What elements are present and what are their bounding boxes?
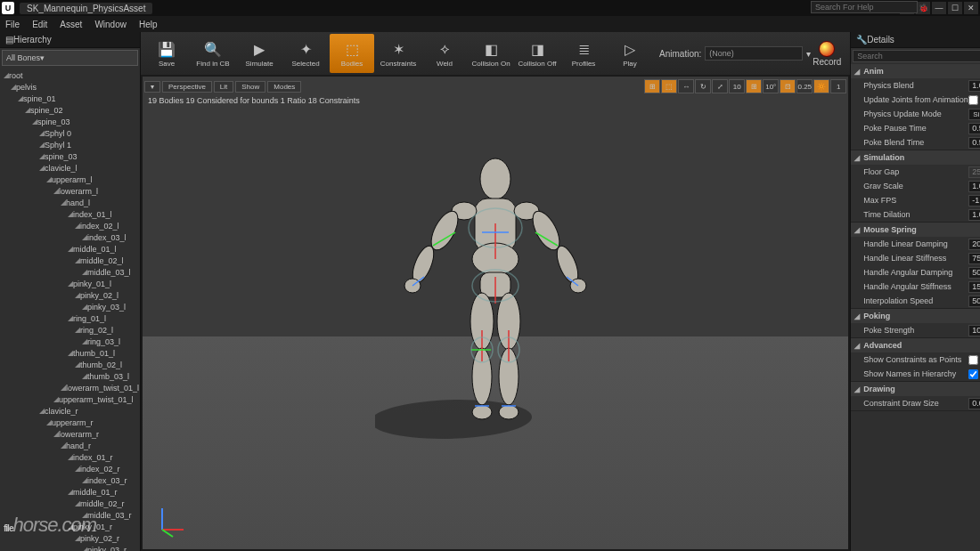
tree-row[interactable]: ◢ lowerarm_r: [0, 428, 140, 440]
toolbar-bodies-button[interactable]: ⬚Bodies: [330, 34, 374, 73]
tree-row[interactable]: ◢ upperarm_r: [0, 417, 140, 428]
property-input[interactable]: [968, 325, 980, 336]
viewport-pill[interactable]: Show: [235, 81, 265, 93]
tree-row[interactable]: ◢ ring_02_l: [0, 324, 140, 336]
menu-window[interactable]: Window: [94, 20, 127, 29]
viewport-snap[interactable]: 🔆: [813, 79, 829, 93]
property-input[interactable]: [968, 267, 980, 279]
viewport-tool-icon[interactable]: ↔: [678, 79, 694, 93]
viewport-pill[interactable]: ▾: [144, 81, 160, 93]
section-header[interactable]: ◢Drawing: [851, 382, 980, 396]
viewport-pill[interactable]: Lit: [214, 81, 233, 93]
viewport[interactable]: ▾PerspectiveLitShowModes ⊞⬚↔↻⤢10⊞10°⊡0.2…: [143, 77, 848, 549]
section-header[interactable]: ◢Poking: [851, 309, 980, 323]
property-input[interactable]: [968, 137, 980, 149]
toolbar-find-in-cb-button[interactable]: 🔍Find in CB: [191, 34, 235, 73]
tree-row[interactable]: ◢ spine_03: [0, 150, 140, 162]
tree-row[interactable]: ◢ middle_01_r: [0, 486, 140, 498]
asset-tab[interactable]: SK_Mannequin_PhysicsAsset: [20, 3, 152, 14]
property-input[interactable]: [968, 80, 980, 92]
tree-row[interactable]: ◢ thumb_03_l: [0, 370, 140, 382]
property-select[interactable]: Simulation Upates Component Transform: [968, 109, 980, 120]
tree-row[interactable]: ◢ spine_03: [0, 116, 140, 127]
tree-row[interactable]: ◢ thumb_02_l: [0, 359, 140, 370]
minimize-button[interactable]: —: [932, 2, 946, 14]
bone-filter-dropdown[interactable]: All Bones▾: [2, 50, 138, 66]
maximize-button[interactable]: ☐: [948, 2, 962, 14]
tree-row[interactable]: ◢ clavicle_r: [0, 405, 140, 417]
viewport-snap[interactable]: 1: [830, 79, 846, 93]
tree-row[interactable]: ◢ ring_03_l: [0, 336, 140, 347]
property-input[interactable]: [968, 195, 980, 207]
menu-help[interactable]: Help: [139, 20, 158, 29]
tree-row[interactable]: ◢ index_03_r: [0, 474, 140, 486]
tree-row[interactable]: ◢ lowerarm_twist_01_l: [0, 382, 140, 393]
tree-row[interactable]: ◢ Sphyl 0: [0, 127, 140, 139]
property-input[interactable]: [968, 209, 980, 221]
tree-row[interactable]: ◢ Sphyl 1: [0, 139, 140, 150]
menu-file[interactable]: File: [5, 20, 20, 29]
property-input[interactable]: [968, 166, 980, 178]
details-search-input[interactable]: [853, 50, 980, 62]
tree-row[interactable]: ◢ index_01_l: [0, 208, 140, 220]
tree-row[interactable]: ◢ upperarm_l: [0, 174, 140, 185]
property-input[interactable]: [968, 296, 980, 307]
viewport-pill[interactable]: Modes: [267, 81, 301, 93]
viewport-tool-icon[interactable]: ⬚: [661, 79, 677, 93]
tree-row[interactable]: ◢ middle_02_r: [0, 498, 140, 509]
property-input[interactable]: [968, 239, 980, 250]
tree-row[interactable]: ◢ spine_02: [0, 104, 140, 116]
tree-row[interactable]: ◢ lowerarm_l: [0, 185, 140, 197]
tree-row[interactable]: ◢ index_01_r: [0, 451, 140, 463]
toolbar-save-button[interactable]: 💾Save: [144, 34, 189, 73]
property-input[interactable]: [968, 253, 980, 264]
section-header[interactable]: ◢Simulation: [851, 150, 980, 165]
toolbar-weld-button[interactable]: ⟡Weld: [422, 34, 467, 73]
help-search-input[interactable]: [811, 1, 918, 13]
animation-input[interactable]: [705, 46, 803, 61]
tree-row[interactable]: ◢ pinky_03_r: [0, 544, 140, 551]
property-checkbox[interactable]: [968, 95, 978, 105]
menu-edit[interactable]: Edit: [32, 20, 47, 29]
bug-icon[interactable]: 🐞: [916, 2, 930, 14]
toolbar-profiles-button[interactable]: ≣Profiles: [561, 34, 606, 73]
tree-row[interactable]: ◢ upperarm_twist_01_l: [0, 393, 140, 405]
toolbar-collision-on-button[interactable]: ◧Collision On: [469, 34, 513, 73]
property-input[interactable]: [968, 181, 980, 192]
tree-row[interactable]: ◢ pinky_03_l: [0, 301, 140, 312]
tree-row[interactable]: ◢ index_02_l: [0, 220, 140, 231]
property-input[interactable]: [968, 123, 980, 134]
menu-asset[interactable]: Asset: [60, 20, 82, 29]
section-header[interactable]: ◢Mouse Spring: [851, 223, 980, 237]
tree-row[interactable]: ◢ pinky_01_l: [0, 278, 140, 289]
tree-row[interactable]: ◢ pinky_02_l: [0, 289, 140, 301]
tree-row[interactable]: ◢ pelvis: [0, 81, 140, 93]
hierarchy-tab[interactable]: ▤ Hierarchy: [0, 32, 140, 48]
viewport-tool-icon[interactable]: ↻: [695, 79, 711, 93]
toolbar-play-button[interactable]: ▷Play: [608, 34, 652, 73]
viewport-snap[interactable]: ⊡: [780, 79, 796, 93]
viewport-snap[interactable]: ⊞: [746, 79, 762, 93]
tree-row[interactable]: ◢ clavicle_l: [0, 162, 140, 174]
details-tab[interactable]: 🔧 Details: [851, 32, 980, 48]
toolbar-selected-button[interactable]: ✦Selected: [283, 34, 328, 73]
tree-row[interactable]: ◢ ring_01_l: [0, 312, 140, 324]
section-header[interactable]: ◢Advanced: [851, 338, 980, 352]
viewport-snap[interactable]: 10: [729, 79, 745, 93]
viewport-pill[interactable]: Perspective: [162, 81, 212, 93]
toolbar-collision-off-button[interactable]: ◨Collision Off: [515, 34, 559, 73]
record-button[interactable]: Record: [813, 41, 841, 67]
section-header[interactable]: ◢Anim: [851, 64, 980, 78]
tree-row[interactable]: ◢ index_03_l: [0, 231, 140, 243]
viewport-snap[interactable]: 10°: [763, 79, 779, 93]
tree-row[interactable]: ◢ middle_03_l: [0, 266, 140, 278]
toolbar-constraints-button[interactable]: ✶Constraints: [376, 34, 421, 73]
tree-row[interactable]: ◢ thumb_01_l: [0, 347, 140, 359]
toolbar-simulate-button[interactable]: ▶Simulate: [237, 34, 282, 73]
viewport-tool-icon[interactable]: ⊞: [644, 79, 660, 93]
close-button[interactable]: ✕: [964, 2, 978, 14]
property-checkbox[interactable]: [968, 369, 978, 379]
property-checkbox[interactable]: [968, 355, 978, 365]
property-input[interactable]: [968, 281, 980, 293]
tree-row[interactable]: ◢ middle_02_l: [0, 255, 140, 266]
